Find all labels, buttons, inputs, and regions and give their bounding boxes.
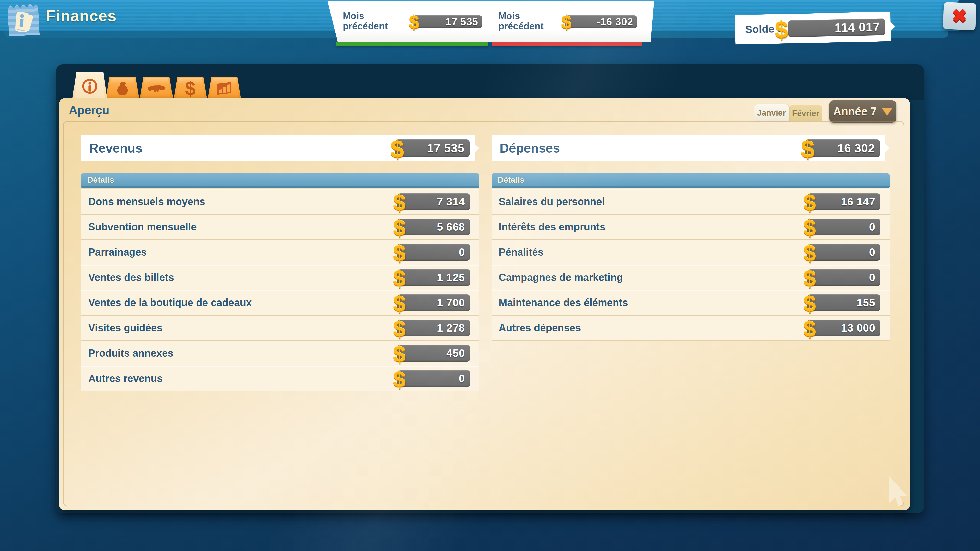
dollar-icon: $	[801, 135, 815, 163]
expenses-header: Dépenses $ 16 302	[492, 135, 890, 161]
table-row: Visites guidées $ 1 278	[81, 316, 479, 341]
row-value: 0	[808, 244, 880, 261]
dollar-icon: $	[393, 190, 406, 216]
dollar-icon: $	[393, 240, 406, 266]
row-label: Dons mensuels moyens	[88, 189, 205, 214]
row-value: 1 278	[397, 320, 470, 337]
month-tab-fevrier[interactable]: Février	[789, 105, 822, 121]
row-value-pill: $ 16 147	[808, 193, 880, 210]
info-icon	[75, 74, 105, 98]
row-label: Parrainages	[88, 240, 147, 265]
previous-month-income: Mois précédent $ 17 535	[328, 0, 491, 42]
expenses-section: Dépenses $ 16 302 Détails Salaires du pe…	[492, 135, 890, 161]
row-value-pill: $ 0	[808, 219, 880, 235]
row-value: 0	[397, 244, 470, 261]
income-rows: Dons mensuels moyens $ 7 314 Subvention …	[81, 189, 479, 391]
row-value: 1 700	[397, 294, 470, 311]
row-label: Visites guidées	[88, 316, 162, 340]
row-value-pill: $ 0	[397, 370, 470, 387]
month-tab-janvier[interactable]: Janvier	[754, 104, 789, 121]
page-title: Finances	[46, 6, 117, 25]
table-row: Autres dépenses $ 13 000	[492, 316, 890, 341]
row-value-pill: $ 0	[808, 269, 880, 286]
balance-pill: $ 114 017	[788, 18, 885, 37]
dollar-icon: $	[803, 316, 816, 342]
label-line2: précédent	[343, 21, 388, 32]
label-line1: Mois	[343, 11, 388, 21]
income-title: Revenus	[89, 135, 142, 161]
dollar-icon: $	[393, 341, 406, 367]
tab-charts[interactable]	[208, 76, 241, 98]
finances-window-frame: $ Aperçu Janvier Février Année	[56, 64, 924, 513]
dollar-icon: $	[803, 215, 816, 241]
income-total-pill: $ 17 535	[395, 139, 469, 157]
tab-overview[interactable]	[73, 72, 107, 98]
finances-book-icon	[7, 2, 40, 37]
row-value: 155	[808, 294, 880, 311]
row-value-pill: $ 13 000	[808, 320, 880, 337]
tab-contracts[interactable]	[140, 76, 173, 98]
row-label: Maintenance des éléments	[499, 290, 628, 315]
row-value: 450	[397, 345, 470, 362]
income-header: Revenus $ 17 535	[81, 135, 479, 161]
row-value: 7 314	[397, 193, 470, 210]
previous-month-income-value: 17 535	[413, 15, 482, 28]
row-label: Ventes de la boutique de cadeaux	[88, 290, 251, 315]
row-value-pill: $ 450	[397, 345, 470, 362]
row-value: 5 668	[397, 219, 470, 235]
expenses-rows: Salaires du personnel $ 16 147 Intérêts …	[492, 189, 890, 341]
tab-money[interactable]: $	[174, 76, 207, 98]
expenses-total-value: 16 302	[805, 139, 880, 157]
table-row: Intérêts des emprunts $ 0	[492, 214, 890, 240]
row-value-pill: $ 1 125	[397, 269, 470, 286]
dollar-icon: $	[409, 12, 419, 33]
row-label: Autres dépenses	[499, 316, 581, 340]
row-value-pill: $ 5 668	[397, 219, 470, 235]
label-line2: précédent	[498, 21, 544, 32]
bar-chart-icon	[210, 78, 239, 98]
dollar-icon: $	[393, 265, 406, 292]
mouse-cursor	[888, 476, 918, 515]
dollar-icon: $	[390, 135, 404, 163]
row-label: Subvention mensuelle	[88, 214, 197, 239]
dollar-icon: $	[803, 265, 816, 292]
table-row: Parrainages $ 0	[81, 240, 479, 265]
dollar-icon: $	[803, 190, 816, 216]
table-row: Produits annexes $ 450	[81, 341, 479, 366]
table-row: Campagnes de marketing $ 0	[492, 265, 890, 290]
row-value: 0	[397, 370, 470, 387]
row-value-pill: $ 0	[397, 244, 470, 261]
previous-month-income-label: Mois précédent	[343, 11, 388, 32]
previous-month-income-pill: $ 17 535	[413, 15, 482, 28]
dollar-icon: $	[561, 12, 571, 33]
row-label: Ventes des billets	[88, 265, 174, 290]
dollar-icon: $	[176, 78, 205, 98]
expenses-total-pill: $ 16 302	[805, 139, 880, 157]
row-value-pill: $ 1 700	[397, 294, 470, 311]
expense-status-strip	[492, 42, 641, 46]
row-value-pill: $ 155	[808, 294, 880, 311]
row-value: 0	[808, 269, 880, 286]
dollar-icon: $	[775, 16, 788, 43]
table-row: Subvention mensuelle $ 5 668	[81, 214, 479, 240]
year-selector[interactable]: Année 7	[829, 100, 896, 123]
dollar-icon: $	[393, 291, 406, 317]
expenses-title: Dépenses	[500, 135, 560, 161]
overview-panel: Aperçu Janvier Février Année 7 Revenus $…	[59, 98, 910, 510]
income-section: Revenus $ 17 535 Détails Dons mensuels m…	[81, 135, 479, 161]
table-row: Autres revenus $ 0	[81, 366, 479, 391]
dollar-icon: $	[803, 291, 816, 317]
row-value: 13 000	[808, 320, 880, 337]
row-label: Campagnes de marketing	[499, 265, 623, 290]
row-value: 1 125	[397, 269, 470, 286]
balance-banner: Solde : $ 114 017	[735, 11, 896, 44]
close-button[interactable]: ✖	[943, 2, 977, 30]
dollar-glyph: $	[185, 77, 196, 100]
table-row: Pénalités $ 0	[492, 240, 890, 265]
dollar-icon: $	[393, 367, 406, 392]
income-total-value: 17 535	[395, 139, 469, 157]
row-value: 0	[808, 219, 880, 235]
table-row: Dons mensuels moyens $ 7 314	[81, 189, 479, 214]
balance-value: 114 017	[788, 18, 885, 37]
tab-donations[interactable]	[106, 76, 139, 98]
